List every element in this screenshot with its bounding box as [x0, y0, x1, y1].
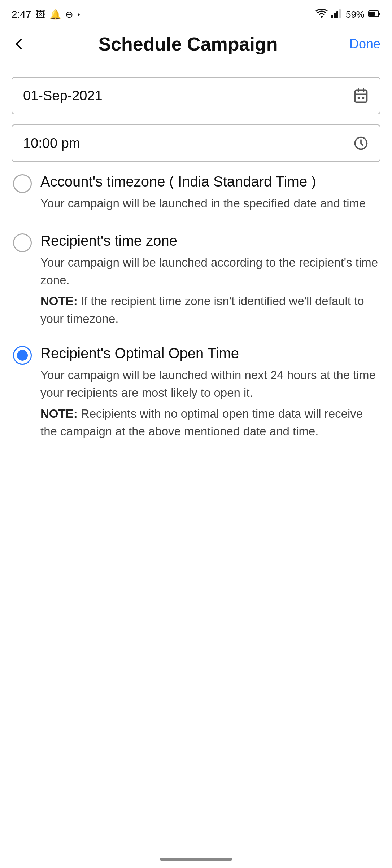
- svg-rect-3: [336, 11, 338, 18]
- option-recipient-timezone-note: NOTE: If the recipient time zone isn't i…: [40, 292, 379, 328]
- svg-rect-10: [362, 97, 365, 99]
- date-value: 01-Sep-2021: [23, 88, 103, 104]
- option-account-timezone[interactable]: Account's timezone ( India Standard Time…: [12, 172, 380, 215]
- time-field[interactable]: 10:00 pm: [12, 124, 380, 162]
- option-account-timezone-content: Account's timezone ( India Standard Time…: [40, 172, 379, 215]
- battery-icon: [368, 9, 380, 20]
- radio-optimal-time[interactable]: [13, 346, 32, 365]
- svg-rect-7: [379, 13, 380, 15]
- time-value: 10:00 pm: [23, 136, 80, 151]
- page-title: Schedule Campaign: [27, 33, 349, 55]
- gallery-icon: 🖼: [36, 9, 45, 20]
- dot-icon: •: [78, 10, 80, 19]
- svg-rect-1: [331, 15, 333, 18]
- signal-icon: [331, 8, 342, 21]
- home-indicator: [160, 858, 232, 861]
- radio-recipient-timezone[interactable]: [13, 233, 32, 252]
- svg-rect-8: [355, 90, 367, 102]
- radio-account-timezone[interactable]: [13, 174, 32, 193]
- status-right: 59%: [315, 8, 380, 21]
- nav-bar: Schedule Campaign Done: [0, 26, 392, 62]
- option-optimal-time-content: Recipient's Optimal Open Time Your campa…: [40, 344, 379, 440]
- svg-rect-9: [358, 97, 360, 99]
- option-optimal-time[interactable]: Recipient's Optimal Open Time Your campa…: [12, 344, 380, 440]
- main-content: 01-Sep-2021 10:00 pm Ac: [0, 62, 392, 478]
- back-button[interactable]: [12, 36, 27, 52]
- option-recipient-timezone[interactable]: Recipient's time zone Your campaign will…: [12, 231, 380, 328]
- option-recipient-timezone-desc: Your campaign will be launched according…: [40, 254, 379, 289]
- status-bar: 2:47 🖼 🔔 ⊖ • 59%: [0, 0, 392, 26]
- battery-percentage: 59%: [346, 9, 365, 20]
- option-account-timezone-label: Account's timezone ( India Standard Time…: [40, 172, 379, 191]
- option-account-timezone-desc: Your campaign will be launched in the sp…: [40, 194, 379, 212]
- option-optimal-time-desc: Your campaign will be launched within ne…: [40, 366, 379, 402]
- dnd-icon: ⊖: [65, 9, 73, 20]
- option-recipient-timezone-content: Recipient's time zone Your campaign will…: [40, 231, 379, 328]
- wifi-icon: [315, 8, 328, 21]
- svg-rect-6: [369, 12, 375, 16]
- status-left: 2:47 🖼 🔔 ⊖ •: [12, 9, 80, 20]
- radio-options: Account's timezone ( India Standard Time…: [12, 172, 380, 440]
- option-optimal-time-label: Recipient's Optimal Open Time: [40, 344, 379, 363]
- svg-point-0: [321, 16, 323, 18]
- option-recipient-timezone-label: Recipient's time zone: [40, 231, 379, 250]
- option-optimal-time-note: NOTE: Recipients with no optimal open ti…: [40, 405, 379, 440]
- done-button[interactable]: Done: [349, 36, 380, 52]
- clock-icon: [353, 135, 369, 151]
- svg-rect-2: [334, 13, 336, 18]
- notification-icon: 🔔: [49, 9, 61, 20]
- svg-rect-4: [339, 9, 341, 18]
- status-time: 2:47: [12, 9, 31, 20]
- date-field[interactable]: 01-Sep-2021: [12, 77, 380, 114]
- calendar-icon: [353, 88, 369, 104]
